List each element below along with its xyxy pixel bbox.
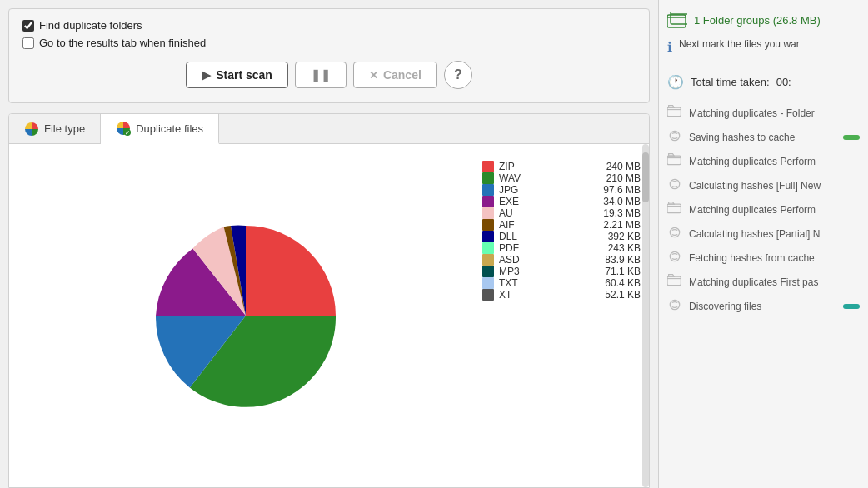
progress-label: Fetching hashes from cache: [689, 252, 860, 264]
legend-type: WAV: [499, 172, 601, 184]
legend-color-swatch: [482, 231, 494, 242]
svg-point-5: [670, 131, 679, 140]
right-panel: 1 Folder groups (26.8 MB) ℹ Next mark th…: [658, 0, 868, 488]
legend-type: ZIP: [499, 161, 601, 172]
progress-label: Saving hashes to cache: [689, 132, 836, 143]
progress-icon: [667, 274, 682, 290]
find-duplicates-row: Find duplicate folders: [22, 19, 636, 32]
legend-color-swatch: [482, 219, 494, 231]
goto-results-label: Go to the results tab when finished: [39, 37, 206, 49]
legend-color-swatch: [482, 254, 494, 266]
progress-label: Discovering files: [689, 301, 836, 312]
find-duplicates-checkbox[interactable]: [22, 20, 34, 32]
svg-rect-4: [667, 107, 681, 117]
legend-item: PDF 243 KB: [482, 242, 641, 254]
legend-item: DLL 392 KB: [482, 231, 641, 242]
legend-item: ASD 83.9 KB: [482, 254, 641, 266]
legend-item: EXE 34.0 MB: [482, 196, 641, 207]
legend-size: 2.21 MB: [603, 219, 641, 231]
legend-area: ZIP 240 MB WAV 210 MB JPG 97.6 MB EXE 34…: [482, 144, 649, 487]
progress-icon: [667, 298, 682, 314]
legend-item: XT 52.1 KB: [482, 289, 641, 301]
legend-type: PDF: [499, 242, 603, 254]
legend-type: JPG: [499, 184, 598, 196]
legend-color-swatch: [482, 161, 494, 172]
progress-list: Matching duplicates - Folder Saving hash…: [659, 97, 868, 488]
action-buttons: ▶ Start scan ❚❚ ✕ Cancel ?: [22, 61, 636, 89]
find-duplicates-label: Find duplicate folders: [39, 19, 142, 32]
legend-item: AU 19.3 MB: [482, 207, 641, 219]
legend-item: TXT 60.4 KB: [482, 277, 641, 289]
legend-type: TXT: [499, 277, 600, 289]
progress-label: Calculating hashes [Partial] N: [689, 228, 860, 240]
legend-scrollbar[interactable]: [642, 144, 649, 487]
info-row: ℹ Next mark the files you war: [667, 33, 860, 60]
start-scan-button[interactable]: ▶ Start scan: [186, 62, 288, 88]
progress-bar: [843, 135, 860, 140]
tabs-header: File type ✓ Duplicate files: [9, 114, 649, 144]
folder-groups-text: 1 Folder groups (26.8 MB): [694, 14, 821, 27]
progress-icon: [667, 177, 682, 193]
svg-rect-11: [667, 276, 681, 286]
tab-file-type[interactable]: File type: [9, 114, 101, 143]
progress-icon: [667, 202, 682, 217]
progress-icon: [667, 105, 682, 121]
progress-label: Matching duplicates Perform: [689, 204, 860, 216]
legend-color-swatch: [482, 196, 494, 207]
top-controls: Find duplicate folders Go to the results…: [8, 8, 650, 103]
pause-button[interactable]: ❚❚: [295, 62, 347, 88]
help-icon: ?: [454, 67, 462, 82]
cancel-label: Cancel: [383, 68, 422, 82]
progress-label: Calculating hashes [Full] New: [689, 180, 860, 192]
progress-item: Calculating hashes [Full] New: [659, 173, 868, 197]
progress-label: Matching duplicates - Folder: [689, 107, 860, 119]
legend-type: XT: [499, 289, 600, 301]
tab-duplicate-files[interactable]: ✓ Duplicate files: [101, 114, 219, 144]
svg-point-12: [670, 300, 679, 309]
legend-size: 243 KB: [608, 242, 641, 254]
cancel-button[interactable]: ✕ Cancel: [353, 62, 437, 88]
chart-area: [9, 144, 482, 487]
folder-groups-row: 1 Folder groups (26.8 MB): [667, 7, 860, 33]
total-time-value: 00:: [776, 76, 791, 88]
legend-scrollbar-thumb[interactable]: [642, 152, 649, 202]
pie-chart: [146, 216, 346, 416]
progress-item: Matching duplicates Perform: [659, 197, 868, 222]
folder-groups-icon: [667, 12, 687, 28]
play-icon: ▶: [202, 68, 211, 82]
legend-size: 19.3 MB: [603, 207, 641, 219]
legend-type: AU: [499, 207, 598, 219]
legend-size: 392 KB: [608, 231, 641, 242]
legend-color-swatch: [482, 172, 494, 184]
legend-list: ZIP 240 MB WAV 210 MB JPG 97.6 MB EXE 34…: [482, 161, 641, 301]
tab-duplicate-files-label: Duplicate files: [136, 122, 203, 135]
progress-item: Saving hashes to cache: [659, 125, 868, 149]
progress-label: Matching duplicates First pas: [689, 276, 860, 288]
progress-item: Fetching hashes from cache: [659, 246, 868, 270]
legend-type: DLL: [499, 231, 603, 242]
legend-size: 97.6 MB: [603, 184, 641, 196]
progress-icon: [667, 250, 682, 266]
legend-item: JPG 97.6 MB: [482, 184, 641, 196]
legend-color-swatch: [482, 289, 494, 301]
legend-size: 71.1 KB: [605, 266, 641, 277]
progress-bar: [843, 304, 860, 309]
duplicate-files-icon: ✓: [116, 121, 131, 136]
legend-type: EXE: [499, 196, 598, 207]
progress-label: Matching duplicates Perform: [689, 156, 860, 167]
progress-item: Matching duplicates Perform: [659, 149, 868, 173]
legend-color-swatch: [482, 266, 494, 277]
goto-results-checkbox[interactable]: [22, 37, 34, 49]
svg-rect-6: [667, 156, 681, 165]
svg-rect-8: [667, 204, 681, 213]
help-button[interactable]: ?: [444, 61, 472, 89]
clock-icon: 🕐: [667, 74, 684, 90]
legend-item: WAV 210 MB: [482, 172, 641, 184]
svg-point-7: [670, 179, 679, 188]
legend-size: 210 MB: [606, 172, 641, 184]
pause-icon: ❚❚: [311, 68, 331, 82]
legend-color-swatch: [482, 277, 494, 289]
legend-type: AIF: [499, 219, 598, 231]
svg-point-9: [670, 227, 679, 237]
legend-item: AIF 2.21 MB: [482, 219, 641, 231]
